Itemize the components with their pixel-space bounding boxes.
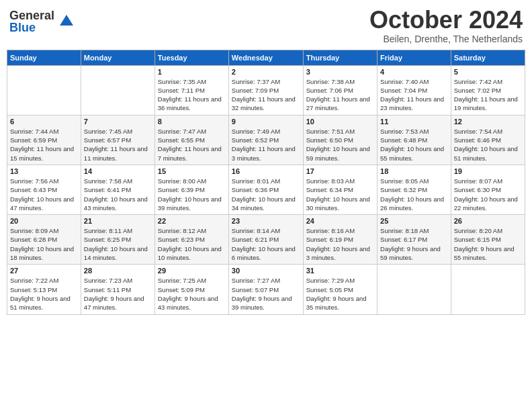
location: Beilen, Drenthe, The Netherlands [369,34,523,44]
day-info: Sunrise: 8:05 AMSunset: 6:32 PMDaylight:… [380,177,448,212]
weekday-row: SundayMondayTuesdayWednesdayThursdayFrid… [7,50,525,65]
day-number: 22 [158,217,226,225]
calendar-cell: 21Sunrise: 8:11 AMSunset: 6:25 PMDayligh… [81,215,154,265]
calendar-cell: 16Sunrise: 8:01 AMSunset: 6:36 PMDayligh… [228,165,303,214]
day-info: Sunrise: 7:58 AMSunset: 6:41 PMDaylight:… [84,177,152,212]
day-info: Sunrise: 7:25 AMSunset: 5:09 PMDaylight:… [158,276,226,312]
day-info: Sunrise: 8:18 AMSunset: 6:17 PMDaylight:… [380,226,448,262]
calendar-week-1: 1Sunrise: 7:35 AMSunset: 7:11 PMDaylight… [7,65,525,115]
day-info: Sunrise: 7:56 AMSunset: 6:43 PMDaylight:… [10,177,78,212]
calendar-cell: 24Sunrise: 8:16 AMSunset: 6:19 PMDayligh… [303,215,377,265]
weekday-header-tuesday: Tuesday [154,50,228,65]
day-number: 28 [84,267,152,275]
calendar-cell [451,265,525,314]
calendar-cell: 20Sunrise: 8:09 AMSunset: 6:28 PMDayligh… [7,215,81,265]
title-block: October 2024 Beilen, Drenthe, The Nether… [369,7,523,44]
day-info: Sunrise: 8:01 AMSunset: 6:36 PMDaylight:… [232,177,300,212]
day-number: 14 [84,167,152,175]
day-info: Sunrise: 7:45 AMSunset: 6:57 PMDaylight:… [84,127,152,163]
calendar-cell: 18Sunrise: 8:05 AMSunset: 6:32 PMDayligh… [378,165,451,214]
day-info: Sunrise: 8:09 AMSunset: 6:28 PMDaylight:… [10,226,78,262]
day-info: Sunrise: 7:53 AMSunset: 6:48 PMDaylight:… [380,127,448,163]
calendar-cell: 14Sunrise: 7:58 AMSunset: 6:41 PMDayligh… [81,165,154,214]
day-info: Sunrise: 8:03 AMSunset: 6:34 PMDaylight:… [306,177,374,212]
calendar-cell: 31Sunrise: 7:29 AMSunset: 5:05 PMDayligh… [303,265,377,314]
calendar-cell: 10Sunrise: 7:51 AMSunset: 6:50 PMDayligh… [303,115,377,165]
month-title: October 2024 [369,7,523,34]
day-number: 27 [10,267,78,275]
day-number: 17 [306,167,374,175]
day-number: 29 [158,267,226,275]
day-info: Sunrise: 7:40 AMSunset: 7:04 PMDaylight:… [380,77,448,113]
day-number: 6 [10,118,78,126]
day-number: 19 [454,167,522,175]
day-number: 18 [380,167,448,175]
calendar-cell: 17Sunrise: 8:03 AMSunset: 6:34 PMDayligh… [303,165,377,214]
calendar-week-5: 27Sunrise: 7:22 AMSunset: 5:13 PMDayligh… [7,265,525,314]
day-number: 20 [10,217,78,225]
svg-marker-0 [60,15,73,26]
calendar-week-4: 20Sunrise: 8:09 AMSunset: 6:28 PMDayligh… [7,215,525,265]
weekday-header-sunday: Sunday [7,50,81,65]
day-number: 3 [306,68,374,76]
day-info: Sunrise: 7:37 AMSunset: 7:09 PMDaylight:… [232,77,300,113]
day-info: Sunrise: 8:00 AMSunset: 6:39 PMDaylight:… [158,177,226,212]
day-info: Sunrise: 7:42 AMSunset: 7:02 PMDaylight:… [454,77,522,113]
logo: General Blue [9,9,76,34]
day-info: Sunrise: 7:51 AMSunset: 6:50 PMDaylight:… [306,127,374,163]
day-info: Sunrise: 7:47 AMSunset: 6:55 PMDaylight:… [158,127,226,163]
calendar-cell: 9Sunrise: 7:49 AMSunset: 6:52 PMDaylight… [228,115,303,165]
day-info: Sunrise: 8:16 AMSunset: 6:19 PMDaylight:… [306,226,374,262]
calendar-cell [7,65,81,115]
day-info: Sunrise: 7:49 AMSunset: 6:52 PMDaylight:… [232,127,300,163]
weekday-header-saturday: Saturday [451,50,525,65]
day-info: Sunrise: 8:11 AMSunset: 6:25 PMDaylight:… [84,226,152,262]
weekday-header-monday: Monday [81,50,154,65]
day-number: 1 [158,68,226,76]
calendar-cell: 8Sunrise: 7:47 AMSunset: 6:55 PMDaylight… [154,115,228,165]
day-info: Sunrise: 7:54 AMSunset: 6:46 PMDaylight:… [454,127,522,163]
day-info: Sunrise: 7:22 AMSunset: 5:13 PMDaylight:… [10,276,78,312]
calendar-cell: 22Sunrise: 8:12 AMSunset: 6:23 PMDayligh… [154,215,228,265]
calendar-cell: 4Sunrise: 7:40 AMSunset: 7:04 PMDaylight… [378,65,451,115]
day-number: 31 [306,267,374,275]
day-info: Sunrise: 7:44 AMSunset: 6:59 PMDaylight:… [10,127,78,163]
calendar-cell: 5Sunrise: 7:42 AMSunset: 7:02 PMDaylight… [451,65,525,115]
calendar-cell [378,265,451,314]
day-number: 26 [454,217,522,225]
calendar-header: SundayMondayTuesdayWednesdayThursdayFrid… [7,50,525,65]
day-number: 16 [232,167,300,175]
calendar-cell: 7Sunrise: 7:45 AMSunset: 6:57 PMDaylight… [81,115,154,165]
day-info: Sunrise: 7:23 AMSunset: 5:11 PMDaylight:… [84,276,152,312]
day-number: 4 [380,68,448,76]
day-info: Sunrise: 8:14 AMSunset: 6:21 PMDaylight:… [232,226,300,262]
calendar-cell: 27Sunrise: 7:22 AMSunset: 5:13 PMDayligh… [7,265,81,314]
logo-general: General [9,9,54,21]
day-number: 23 [232,217,300,225]
calendar-cell: 1Sunrise: 7:35 AMSunset: 7:11 PMDaylight… [154,65,228,115]
calendar-cell: 29Sunrise: 7:25 AMSunset: 5:09 PMDayligh… [154,265,228,314]
day-number: 30 [232,267,300,275]
weekday-header-wednesday: Wednesday [228,50,303,65]
day-info: Sunrise: 7:29 AMSunset: 5:05 PMDaylight:… [306,276,374,312]
calendar-cell: 19Sunrise: 8:07 AMSunset: 6:30 PMDayligh… [451,165,525,214]
day-number: 2 [232,68,300,76]
calendar-cell: 12Sunrise: 7:54 AMSunset: 6:46 PMDayligh… [451,115,525,165]
calendar-cell: 23Sunrise: 8:14 AMSunset: 6:21 PMDayligh… [228,215,303,265]
calendar-cell: 2Sunrise: 7:37 AMSunset: 7:09 PMDaylight… [228,65,303,115]
logo-icon [57,12,76,31]
day-number: 12 [454,118,522,126]
day-info: Sunrise: 7:38 AMSunset: 7:06 PMDaylight:… [306,77,374,113]
day-number: 21 [84,217,152,225]
calendar-cell: 13Sunrise: 7:56 AMSunset: 6:43 PMDayligh… [7,165,81,214]
day-info: Sunrise: 8:12 AMSunset: 6:23 PMDaylight:… [158,226,226,262]
day-info: Sunrise: 8:07 AMSunset: 6:30 PMDaylight:… [454,177,522,212]
weekday-header-friday: Friday [378,50,451,65]
day-number: 11 [380,118,448,126]
weekday-header-thursday: Thursday [303,50,377,65]
day-info: Sunrise: 7:35 AMSunset: 7:11 PMDaylight:… [158,77,226,113]
calendar-cell: 3Sunrise: 7:38 AMSunset: 7:06 PMDaylight… [303,65,377,115]
calendar-body: 1Sunrise: 7:35 AMSunset: 7:11 PMDaylight… [7,65,525,314]
calendar-cell: 30Sunrise: 7:27 AMSunset: 5:07 PMDayligh… [228,265,303,314]
calendar-week-2: 6Sunrise: 7:44 AMSunset: 6:59 PMDaylight… [7,115,525,165]
